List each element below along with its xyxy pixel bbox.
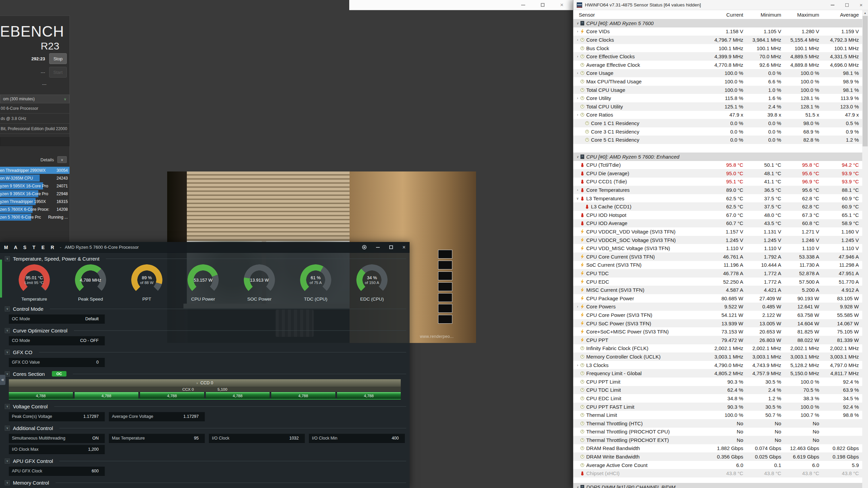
sensor-row[interactable]: CPU TDC46.778 A1.772 A52.878 A47.951 A	[573, 269, 862, 278]
field-max-temperature[interactable]: Max Temperature95	[109, 434, 205, 443]
sensor-row[interactable]: Thermal Throttling (PROCHOT CPU)NoNoNo	[573, 428, 862, 436]
sensor-row[interactable]: CPU EDC52.250 A1.772 A57.500 A51.770 A	[573, 278, 862, 286]
sensor-row[interactable]: Core 3 C1 Residency0.0 %0.0 %68.9 %0.9 %	[573, 127, 862, 136]
ranking-row[interactable]: yzen 9 3950X 16-Core Pro22948	[0, 190, 70, 198]
section-collapse-chevron[interactable]: ∨	[5, 426, 10, 431]
field-i-o-clock[interactable]: I/O Clock1032	[209, 434, 305, 443]
sensor-row[interactable]: DRAM Read Bandwidth1.882 Gbps0.074 Gbps1…	[573, 444, 862, 453]
field-i-o-clock-max[interactable]: I/O Clock Max1,200	[9, 445, 105, 454]
core-clock-bar[interactable]: 4,788	[9, 392, 73, 399]
column-maximum[interactable]: Maximum	[785, 12, 823, 18]
sensor-row[interactable]: CPU IOD Hotspot67.0 °C48.0 °C67.3 °C65.1…	[573, 211, 862, 219]
column-sensor[interactable]: Sensor	[573, 12, 705, 18]
sensor-row[interactable]: Average Effective Clock4,770.8 MHz92.6 M…	[573, 61, 862, 69]
section-collapse-chevron[interactable]: ∨	[5, 256, 10, 261]
ranking-row[interactable]: yzen Threadripper 1950X16315	[0, 198, 70, 205]
section-collapse-chevron[interactable]: ∨	[5, 371, 10, 377]
sensor-row[interactable]: CPU Package Power80.685 W27.409 W90.193 …	[573, 294, 862, 303]
section-collapse-chevron[interactable]: ∨	[5, 328, 10, 333]
maximize-icon[interactable]	[389, 245, 393, 249]
sensor-row[interactable]: Thermal Limit100.0 %50.7 %100.7 %98.8 %	[573, 411, 862, 419]
sensor-row[interactable]: CPU TDC Limit62.4 %2.4 %70.5 %63.9 %	[573, 386, 862, 394]
sensor-row[interactable]: CPU Die (average)95.0 °C48.1 °C95.6 °C93…	[573, 169, 862, 178]
sensor-row[interactable]: CPU PPT Limit90.3 %30.5 %100.0 %92.4 %	[573, 378, 862, 386]
sensor-row[interactable]: CPU PPT79.472 W26.803 W88.022 W81.339 W	[573, 336, 862, 344]
column-current[interactable]: Current	[705, 12, 747, 18]
sensor-row[interactable]: L3 Cache (CCD1)62.5 °C37.5 °C62.8 °C60.9…	[573, 202, 862, 211]
section-collapse-chevron[interactable]: ∨	[5, 459, 10, 464]
settings-gear-icon[interactable]	[362, 245, 367, 249]
ranking-row[interactable]: zen 5 7600 6-Core PrcRunning ...	[0, 213, 70, 221]
section-collapse-chevron[interactable]: ∨	[5, 306, 10, 311]
core-clock-bar[interactable]: 4,788	[140, 392, 204, 399]
sensor-group-header[interactable]: ∨CPU [#0]: AMD Ryzen 5 7600	[573, 19, 862, 27]
column-average[interactable]: Average	[823, 12, 862, 18]
core-clock-bar[interactable]: 4,788	[206, 392, 270, 399]
sensor-row[interactable]: Core 5 C1 Residency0.0 %0.0 %82.8 %1.2 %	[573, 136, 862, 144]
sensor-row[interactable]: CPU VDD_MISC Voltage (SVI3 TFN)1.110 V1.…	[573, 244, 862, 252]
sensor-row[interactable]: Infinity Fabric Clock (FCLK)2,002.1 MHz2…	[573, 344, 862, 353]
panel-collapse-arrow[interactable]: «	[0, 375, 5, 385]
field-i-o-clock-min[interactable]: I/O Clock Min400	[309, 434, 405, 443]
close-icon[interactable]: ×	[402, 245, 406, 250]
sensor-row[interactable]: ›L3 Clocks4,790.0 MHz4,743.9 MHz5,128.2 …	[573, 361, 862, 369]
sensor-row[interactable]: ›Core Temperatures89.0 °C36.5 °C95.6 °C8…	[573, 186, 862, 194]
sensor-row[interactable]: ›Core VIDs1.158 V1.105 V1.280 V1.159 V	[573, 27, 862, 36]
sensor-row[interactable]: ›Core Powers9.522 W0.485 W12.641 W9.928 …	[573, 303, 862, 311]
scroll-up-arrow[interactable]: ▲	[862, 10, 868, 16]
sensor-row[interactable]: ›Core Clocks4,796.7 MHz3,984.1 MHz5,155.…	[573, 36, 862, 44]
scrollbar[interactable]: ▲	[862, 10, 868, 488]
ranking-row[interactable]: zen 5 7600X 6-Core Proce:14208	[0, 205, 70, 213]
stop-button[interactable]: Stop	[49, 53, 67, 64]
sensor-row[interactable]: ∨L3 Temperatures62.5 °C37.5 °C62.8 °C60.…	[573, 194, 862, 203]
sensor-row[interactable]: CPU (Tctl/Tdie)95.8 °C50.1 °C95.8 °C94.2…	[573, 161, 862, 169]
field-gfx-co-value[interactable]: GFX CO Value0	[9, 358, 105, 367]
sensor-row[interactable]: MISC Current (SVI3 TFN)4.587 A4.421 A5.2…	[573, 286, 862, 294]
ranking-row[interactable]: yzen 9 5950X 16-Core Pro24071	[0, 182, 70, 190]
sensor-row[interactable]: Total CPU Utility125.1 %2.4 %128.1 %123.…	[573, 102, 862, 111]
core-clock-bar[interactable]: 4,788	[337, 392, 401, 399]
field-average-core-voltage[interactable]: Average Core Voltage1.17297	[109, 412, 205, 421]
sensor-row[interactable]: CPU PPT FAST Limit90.3 %30.5 %100.0 %92.…	[573, 403, 862, 411]
ranking-row[interactable]: en Threadripper 2990WX30054	[0, 166, 70, 174]
sensor-row[interactable]: ›Core Effective Clocks4,399.9 MHz70.0 MH…	[573, 52, 862, 61]
column-minimum[interactable]: Minimum	[747, 12, 785, 18]
start-button[interactable]: Start	[49, 67, 67, 78]
field-peak-core-s-voltage[interactable]: Peak Core(s) Voltage1.17297	[9, 412, 105, 421]
close-icon[interactable]: ×	[560, 2, 564, 8]
sensor-row[interactable]: CPU Core Current (SVI3 TFN)46.761 A1.792…	[573, 252, 862, 261]
sensor-row[interactable]: Average Active Core Count6.00.16.05.9	[573, 461, 862, 469]
minimize-icon[interactable]	[376, 247, 380, 248]
sensor-row[interactable]: Core 1 C1 Residency0.0 %0.0 %98.0 %0.5 %	[573, 119, 862, 127]
section-collapse-chevron[interactable]: ∨	[5, 404, 10, 409]
sensor-row[interactable]: Total CPU Usage100.0 %1.0 %100.0 %98.1 %	[573, 86, 862, 94]
scrollbar-thumb[interactable]	[863, 16, 868, 146]
close-icon[interactable]: ×	[860, 2, 863, 7]
duration-dropdown[interactable]: om (300 minutes) ∨	[0, 95, 70, 103]
sensor-row[interactable]: DRAM Write Bandwidth0.356 Gbps0.025 Gbps…	[573, 452, 862, 461]
minimize-icon[interactable]	[521, 5, 525, 5]
sensor-row[interactable]: Core+SoC+MISC Power (SVI3 TFN)73.153 W20…	[573, 327, 862, 336]
sensor-row[interactable]: Thermal Throttling (HTC)NoNoNo	[573, 419, 862, 428]
details-toggle-button[interactable]: ∨	[57, 156, 67, 163]
sensor-row[interactable]: SoC Current (SVI3 TFN)11.196 A10.444 A11…	[573, 261, 862, 269]
maximize-icon[interactable]	[541, 3, 545, 7]
sensor-row[interactable]: CPU CCD1 (Tdie)95.1 °C41.1 °C96.9 °C93.9…	[573, 178, 862, 186]
sensor-row[interactable]: Bus Clock100.1 MHz100.1 MHz100.1 MHz100.…	[573, 44, 862, 53]
field-co-mode[interactable]: CO ModeCO - OFF	[9, 336, 105, 345]
sensor-group-header[interactable]: ∨DDR5 DIMM [#1] (P0 CHANNEL B/DIM...	[573, 483, 862, 488]
sensor-row[interactable]: Chipset (xHCI)43.8 °C43.8 °C43.8 °C43.8 …	[573, 469, 862, 477]
field-apu-gfx-clock[interactable]: APU GFX Clock600	[9, 467, 105, 476]
sensor-row[interactable]: CPU SoC Power (SVI3 TFN)13.939 W13.005 W…	[573, 319, 862, 328]
sensor-row[interactable]: Max CPU/Thread Usage100.0 %6.6 %100.0 %9…	[573, 77, 862, 86]
sensor-row[interactable]: ›Core Usage100.0 %0.0 %100.0 %98.1 %	[573, 69, 862, 78]
sensor-row[interactable]: CPU EDC Limit34.8 %1.2 %38.3 %34.5 %	[573, 394, 862, 403]
minimize-icon[interactable]	[831, 5, 834, 5]
sensor-row[interactable]: CPU IOD Average60.7 °C43.5 °C60.8 °C58.9…	[573, 219, 862, 228]
section-collapse-chevron[interactable]: ∨	[5, 480, 10, 485]
ranking-row[interactable]: on W-3265M CPU24243	[0, 174, 70, 182]
section-collapse-chevron[interactable]: ∨	[5, 350, 10, 355]
ccd-bar[interactable]: ›CCD 0	[9, 379, 401, 387]
sensor-row[interactable]: Frequency Limit - Global4,805.2 MHz4,757…	[573, 369, 862, 378]
sensor-group-header[interactable]: ∨CPU [#0]: AMD Ryzen 5 7600: Enhanced	[573, 152, 862, 161]
